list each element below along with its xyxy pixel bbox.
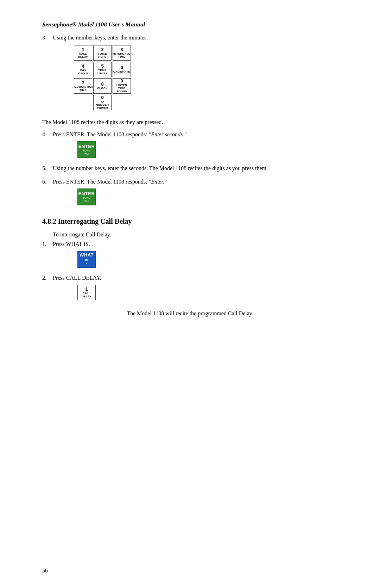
key-6: 6 CALIBRATE (113, 62, 131, 77)
enter-pm-label: PM (84, 153, 89, 156)
key-0: 0 ID NUMBERPOWER (93, 95, 112, 110)
key-1: 1 CALLDELAY (74, 45, 92, 61)
key-9: 9 LISTEN TIMESOUND (113, 78, 131, 94)
whatis-star-label: * (86, 262, 87, 266)
step-whatis-text: Press WHAT IS. (53, 241, 338, 247)
key-2: 2 VOICEREPS (93, 45, 112, 61)
enter-button-1: ENTER TONE PM (77, 141, 96, 158)
step-6: 6. Press ENTER. The Model 1108 responds:… (42, 179, 338, 209)
section-title: Interrogating Call Delay (58, 217, 132, 225)
footer-text: The Model 1108 will recite the programme… (42, 309, 338, 318)
step-3: 3. Using the number keys, enter the minu… (42, 35, 338, 114)
step-3-num: 3. (42, 35, 53, 41)
enter-main-label: ENTER (78, 144, 95, 149)
step-5: 5. Using the number keys, enter the seco… (42, 165, 338, 175)
key-4: 4 MAX CALLS (74, 62, 92, 77)
enter-tone-label: TONE (83, 149, 90, 153)
step-calldelay-num: 2. (42, 275, 53, 281)
step-whatis-num: 1. (42, 241, 53, 247)
header-title: Sensaphone® Model 1108 User's Manual (42, 21, 145, 28)
intro-text: To interrogate Call Delay: (53, 230, 338, 239)
step-calldelay-text: Press CALL DELAY. (53, 275, 338, 281)
keypad-grid: 1 CALLDELAY 2 VOICEREPS 3 INTERCALLTIME … (74, 45, 131, 110)
step-4: 4. Press ENTER. The Model 1108 responds:… (42, 131, 338, 162)
call-delay-label: CALLDELAY (82, 292, 91, 298)
step-4-text: Press ENTER. The Model 1108 responds: "E… (53, 131, 338, 138)
section-heading: 4.8.2 Interrogating Call Delay (42, 217, 338, 225)
key-5: 5 TEMP LIMITS (93, 62, 112, 77)
call-delay-key: 1 CALLDELAY (77, 285, 96, 300)
key-7: 7 RECOGNITIONTIME (74, 78, 92, 94)
key-3: 3 INTERCALLTIME (113, 45, 131, 61)
whatis-is-label: IS (85, 258, 88, 262)
whatis-button: WHAT IS * (77, 251, 96, 268)
step-6-num: 6. (42, 179, 53, 185)
step-calldelay: 2. Press CALL DELAY. 1 CALLDELAY (42, 275, 338, 304)
step-5-num: 5. (42, 165, 53, 172)
step-3-text: Using the number keys, enter the minutes… (53, 35, 338, 41)
recites-text: The Model 1108 recites the digits as the… (42, 118, 338, 126)
step-whatis: 1. Press WHAT IS. WHAT IS * (42, 241, 338, 271)
step-5-text: Using the number keys, enter the seconds… (53, 165, 338, 172)
enter-tone-label-2: TONE (83, 196, 90, 200)
section-number: 4.8.2 (42, 217, 56, 225)
enter-button-2: ENTER TONE PM (77, 188, 96, 205)
key-8: 8 CLOCK (93, 78, 112, 94)
step-6-text: Press ENTER. The Model 1108 responds: "E… (53, 179, 338, 185)
enter-main-label-2: ENTER (78, 191, 95, 197)
call-delay-num: 1 (85, 287, 88, 291)
step-4-num: 4. (42, 131, 53, 138)
page-header: Sensaphone® Model 1108 User's Manual (42, 21, 338, 28)
page-number: 56 (42, 568, 48, 574)
enter-pm-label-2: PM (84, 200, 89, 203)
whatis-main-label: WHAT (80, 252, 94, 258)
keypad: 1 CALLDELAY 2 VOICEREPS 3 INTERCALLTIME … (74, 45, 338, 110)
